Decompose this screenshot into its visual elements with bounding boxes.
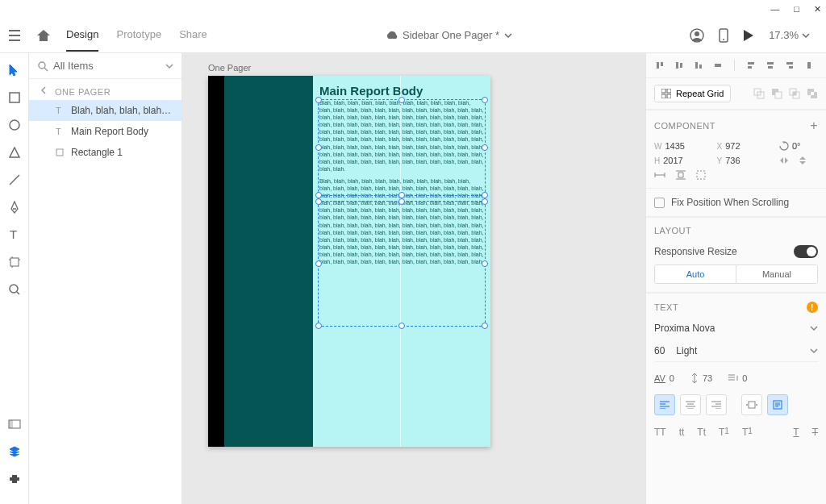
width-field[interactable]: W1435 [654, 141, 709, 151]
resize-mode-segmented[interactable]: Auto Manual [654, 264, 818, 284]
line-spacing-field[interactable]: 73 [690, 373, 712, 383]
subscript-button[interactable]: T1 [742, 427, 753, 438]
document-title[interactable]: Sidebar One Pager * [403, 29, 499, 41]
zoom-tool-icon[interactable] [7, 282, 22, 297]
align-right-icon[interactable] [784, 60, 795, 71]
width-mode-icon[interactable] [654, 171, 665, 179]
layer-item-text-1[interactable]: T Blah, blah, blah, blah, blah, blah,... [29, 100, 181, 121]
svg-point-5 [10, 120, 19, 130]
area-text-button[interactable] [767, 394, 788, 415]
plugins-panel-icon[interactable] [7, 472, 22, 486]
report-body-panel: Main Report Body Blah, blah, blah, blah,… [313, 76, 490, 447]
tab-design[interactable]: Design [66, 19, 98, 52]
layer-item-text-2[interactable]: T Main Report Body [29, 121, 181, 142]
artboard[interactable]: Main Report Body Blah, blah, blah, blah,… [208, 76, 490, 447]
y-field[interactable]: Y736 [717, 156, 772, 165]
svg-point-1 [695, 31, 699, 36]
add-component-icon[interactable]: + [810, 119, 818, 133]
resize-manual[interactable]: Manual [736, 265, 817, 283]
assets-panel-icon[interactable] [7, 417, 22, 431]
superscript-button[interactable]: T1 [719, 427, 729, 438]
mobile-preview-icon[interactable] [719, 28, 728, 43]
font-family-value: Proxima Nova [654, 323, 715, 334]
rectangle-tool-icon[interactable] [7, 90, 22, 105]
zoom-value: 17.3% [769, 29, 799, 41]
align-vcenter-icon[interactable] [674, 60, 685, 71]
artboard-tool-icon[interactable] [7, 255, 22, 269]
flip-v-icon[interactable] [798, 156, 807, 165]
font-weight-select[interactable]: Light [676, 345, 799, 356]
text-align-right-button[interactable] [706, 394, 727, 415]
missing-font-warning-icon[interactable]: ! [807, 302, 818, 313]
text-align-left-button[interactable] [654, 394, 675, 415]
cloud-icon [385, 31, 398, 40]
align-top-icon[interactable] [654, 60, 665, 71]
align-bottom-icon[interactable] [693, 60, 704, 71]
add-boolean-icon[interactable] [753, 88, 765, 99]
distribute-h-icon[interactable] [803, 60, 815, 71]
text-tool-icon[interactable]: T [7, 227, 22, 242]
report-para-2: Blah, blah, blah, blah, blah, blah, blah… [319, 177, 484, 265]
line-tool-icon[interactable] [7, 173, 22, 187]
canvas[interactable]: One Pager Main Report Body Blah, blah, b… [182, 53, 645, 504]
resize-auto[interactable]: Auto [655, 265, 736, 283]
layer-item-rect[interactable]: Rectangle 1 [29, 142, 181, 163]
subtract-boolean-icon[interactable] [771, 88, 782, 99]
height-field[interactable]: H2017 [654, 156, 709, 165]
tab-prototype[interactable]: Prototype [116, 19, 161, 52]
window-minimize-icon[interactable]: — [770, 4, 779, 14]
avatar-icon[interactable] [690, 28, 704, 43]
polygon-tool-icon[interactable] [7, 145, 22, 160]
svg-point-32 [756, 404, 757, 406]
titlecase-button[interactable]: Tt [697, 427, 706, 438]
svg-rect-10 [9, 420, 13, 428]
uppercase-button[interactable]: TT [654, 427, 666, 438]
hamburger-menu-icon[interactable] [0, 30, 29, 41]
intersect-boolean-icon[interactable] [789, 88, 800, 99]
layers-filter-label: All Items [53, 60, 161, 72]
select-tool-icon[interactable] [7, 63, 22, 77]
tab-share[interactable]: Share [179, 19, 207, 52]
artboard-group[interactable]: ONE PAGER [29, 79, 181, 100]
artboard-label[interactable]: One Pager [208, 63, 251, 73]
layer-label: Rectangle 1 [71, 147, 123, 158]
svg-rect-30 [749, 402, 755, 408]
repeat-grid-button[interactable]: Repeat Grid [654, 85, 731, 102]
layers-panel-icon[interactable] [7, 444, 22, 459]
font-size-field[interactable]: 60 [654, 345, 665, 356]
home-icon[interactable] [29, 29, 58, 42]
area-mode-icon[interactable] [696, 170, 706, 180]
lowercase-button[interactable]: tt [679, 427, 685, 438]
checkbox-icon[interactable] [654, 198, 665, 208]
align-hcenter-icon[interactable] [765, 60, 776, 71]
flip-h-icon[interactable] [779, 156, 789, 165]
text-align-center-button[interactable] [680, 394, 701, 415]
text-layer-icon: T [55, 106, 65, 115]
fix-position-row[interactable]: Fix Position When Scrolling [646, 189, 826, 217]
chevron-down-icon[interactable] [504, 33, 512, 38]
underline-button[interactable]: T [793, 427, 799, 438]
window-maximize-icon[interactable]: □ [794, 4, 799, 14]
layers-filter[interactable]: All Items [29, 53, 181, 79]
point-text-button[interactable] [741, 394, 762, 415]
ellipse-tool-icon[interactable] [7, 118, 22, 132]
strikethrough-button[interactable]: T [812, 427, 818, 438]
pen-tool-icon[interactable] [7, 200, 22, 215]
x-field[interactable]: X972 [717, 141, 772, 151]
report-title: Main Report Body [319, 84, 484, 98]
para-spacing-field[interactable]: 0 [728, 373, 747, 383]
responsive-resize-toggle[interactable] [794, 245, 818, 258]
distribute-v-icon[interactable] [712, 60, 724, 71]
char-spacing-field[interactable]: AV0 [654, 373, 674, 383]
height-mode-icon[interactable] [675, 170, 686, 180]
chevron-down-icon [165, 64, 173, 69]
rotation-field[interactable]: 0° [779, 141, 818, 151]
exclude-boolean-icon[interactable] [807, 88, 818, 99]
sidebar-black [208, 76, 224, 447]
zoom-level[interactable]: 17.3% [769, 29, 810, 41]
window-close-icon[interactable]: ✕ [814, 4, 821, 15]
fix-position-label: Fix Position When Scrolling [671, 197, 789, 208]
align-left-icon[interactable] [745, 60, 757, 71]
play-icon[interactable] [743, 29, 754, 42]
font-family-select[interactable]: Proxima Nova [654, 316, 818, 340]
